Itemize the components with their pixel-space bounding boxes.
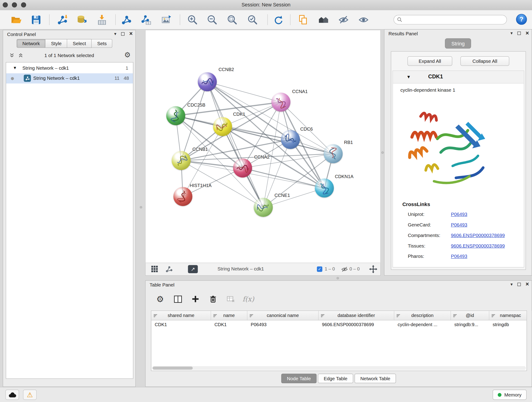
refresh-view-button[interactable]: [272, 13, 284, 26]
import-database-button[interactable]: [75, 13, 88, 26]
create-column-button[interactable]: [188, 292, 203, 306]
tab-sets[interactable]: Sets: [92, 39, 112, 48]
hidden-count-icon: [341, 266, 348, 273]
hide-graphics-button[interactable]: [337, 13, 350, 26]
panel-close-icon[interactable]: ×: [526, 282, 529, 287]
cloud-status-button[interactable]: [6, 390, 19, 400]
column-header-canonical-name[interactable]: canonical name: [247, 311, 319, 320]
protein-entry-header[interactable]: ▼ CDK1: [393, 71, 524, 84]
tab-network-table[interactable]: Network Table: [355, 374, 396, 383]
network-node-CDC6[interactable]: [281, 130, 300, 149]
tab-network[interactable]: Network: [17, 39, 46, 48]
selected-count-checkbox[interactable]: ✓: [317, 266, 322, 272]
network-icon: [120, 14, 132, 25]
panel-close-icon[interactable]: ×: [526, 31, 529, 36]
import-network-button[interactable]: [56, 13, 69, 26]
network-view-toggle[interactable]: [165, 265, 173, 273]
memory-button[interactable]: Memory: [493, 390, 526, 400]
network-node-CCNE1[interactable]: [254, 198, 273, 217]
column-header-description[interactable]: description: [394, 311, 451, 320]
open-session-button[interactable]: [9, 13, 22, 26]
network-node-CDK1[interactable]: [213, 117, 232, 136]
zoom-fit-button[interactable]: [226, 13, 239, 26]
expand-all-button[interactable]: Expand All: [408, 56, 452, 66]
tab-edge-table[interactable]: Edge Table: [318, 374, 353, 383]
pan-tool-button[interactable]: [369, 265, 378, 274]
network-canvas[interactable]: CCNB2CCNA1CDC25BCDK1CDC6RB1CCNB1CCNA2CDK…: [145, 30, 381, 263]
crosslink-row: Uniprot:P06493: [408, 210, 520, 220]
crosslink-value-link[interactable]: P06493: [451, 222, 467, 227]
clear-table-button[interactable]: [224, 292, 238, 306]
column-sort-icon: [396, 313, 400, 318]
search-input[interactable]: [404, 16, 507, 24]
network-row[interactable]: String Network – cdk1 11 48: [6, 73, 133, 83]
crosslink-value-link[interactable]: P06493: [451, 254, 467, 259]
vertical-splitter-handle[interactable]: [140, 206, 142, 208]
zoom-in-button[interactable]: [186, 13, 199, 26]
network-node-RB1[interactable]: [324, 144, 343, 163]
horizontal-splitter-handle[interactable]: [336, 277, 339, 279]
export-image-button[interactable]: [160, 13, 172, 26]
column-header-namespac[interactable]: namespac: [489, 311, 532, 320]
panel-collapse-icon[interactable]: ▾: [114, 31, 116, 37]
tree-expander-icon[interactable]: ▼: [13, 65, 17, 70]
new-network-from-selection-button[interactable]: [120, 13, 133, 26]
vertical-splitter-handle[interactable]: [381, 151, 384, 153]
crosslink-value-link[interactable]: P06493: [451, 211, 467, 217]
network-node-CCNA1[interactable]: [272, 93, 291, 112]
show-graphics-button[interactable]: [357, 13, 370, 26]
network-node-CCNB1[interactable]: [172, 151, 191, 170]
column-header-name[interactable]: name: [211, 311, 247, 320]
cloud-icon: [8, 391, 17, 398]
tab-string[interactable]: String: [445, 38, 471, 48]
panel-float-icon[interactable]: [517, 32, 521, 35]
tab-select[interactable]: Select: [67, 39, 92, 48]
panel-float-icon[interactable]: [517, 283, 521, 286]
panel-collapse-icon[interactable]: ▾: [510, 31, 513, 36]
network-node-CCNB2[interactable]: [198, 72, 217, 91]
crosslink-label: Uniprot:: [408, 211, 424, 217]
warnings-button[interactable]: ⚠: [23, 390, 37, 400]
help-button[interactable]: ?: [516, 14, 527, 25]
tab-style[interactable]: Style: [46, 39, 67, 48]
column-header--id[interactable]: @id: [451, 311, 489, 320]
export-network-button[interactable]: [139, 13, 152, 26]
birdseye-toggle-button[interactable]: ↗: [188, 265, 198, 274]
column-header-database-identifier[interactable]: database identifier: [319, 311, 394, 320]
network-node-label-CCNB2: CCNB2: [219, 67, 234, 72]
string-results-container: Expand All Collapse All ▼ CDK1 cyclin-de…: [391, 51, 526, 270]
crosslink-value-link[interactable]: 9606.ENSP00000378699: [451, 232, 505, 238]
zoom-out-button[interactable]: [206, 13, 218, 26]
table-horizontal-scrollbar[interactable]: [152, 366, 526, 370]
column-header-shared-name[interactable]: shared name: [151, 311, 211, 320]
table-row[interactable]: CDK1CDK1P064939606.ENSP00000378699cyclin…: [151, 320, 526, 330]
zoom-selected-button[interactable]: [246, 13, 259, 26]
grid-view-toggle[interactable]: [151, 265, 158, 273]
panel-close-icon[interactable]: ×: [129, 32, 133, 36]
collapse-all-button[interactable]: Collapse All: [461, 56, 509, 66]
network-node-CCNA2[interactable]: [233, 159, 252, 178]
crosslinks-heading: CrossLinks: [402, 201, 430, 207]
save-session-button[interactable]: [30, 13, 42, 26]
delete-column-button[interactable]: [206, 292, 220, 306]
table-settings-button[interactable]: ⚙: [153, 292, 167, 306]
apply-function-button[interactable]: f(x): [241, 292, 255, 306]
memory-label: Memory: [504, 392, 521, 397]
network-options-gear-icon[interactable]: ⚙: [124, 51, 131, 59]
network-node-label-CCNE1: CCNE1: [274, 193, 290, 198]
network-node-label-RB1: RB1: [344, 140, 353, 145]
home-networks-button[interactable]: [317, 13, 330, 26]
tab-node-table[interactable]: Node Table: [281, 374, 317, 383]
network-collection-row[interactable]: ▼ String Network – cdk1 1: [6, 63, 133, 73]
annotation-documents-button[interactable]: [297, 13, 309, 26]
network-node-CDC25B[interactable]: [166, 106, 185, 125]
panel-collapse-icon[interactable]: ▾: [510, 282, 513, 287]
scrollbar-thumb[interactable]: [152, 366, 193, 370]
import-table-button[interactable]: [95, 13, 108, 26]
select-columns-button[interactable]: [171, 292, 185, 306]
entry-expander-icon[interactable]: ▼: [406, 74, 411, 79]
panel-float-icon[interactable]: [121, 32, 125, 36]
network-node-CDKN1A[interactable]: [315, 179, 334, 198]
network-node-HIST1H1A[interactable]: [173, 187, 192, 206]
crosslink-value-link[interactable]: 9606.ENSP00000378699: [451, 243, 505, 249]
